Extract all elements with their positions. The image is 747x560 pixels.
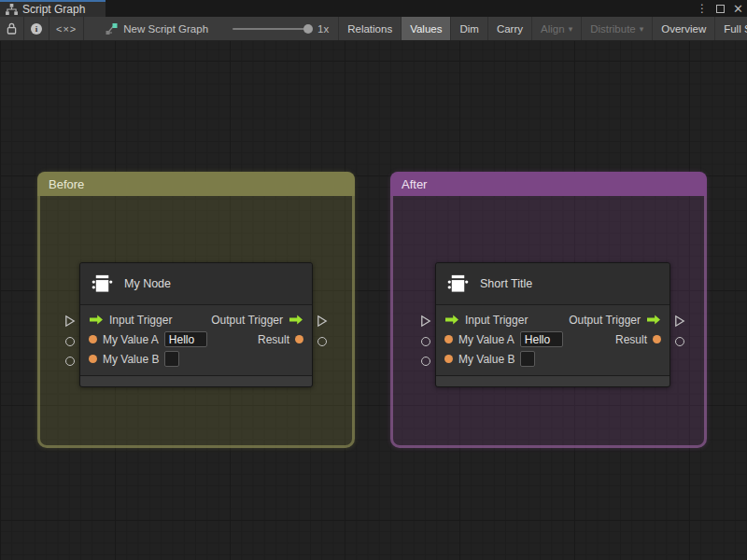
unit-node-icon (446, 273, 470, 296)
output-trigger-external-port-icon[interactable] (674, 315, 685, 328)
node-my-node[interactable]: My Node Input Trigger Output Trigger (79, 262, 313, 387)
graph-hierarchy-icon (6, 4, 18, 15)
chevron-down-icon: ▾ (640, 24, 644, 34)
fullscreen-button[interactable]: Full Screen (714, 17, 747, 40)
port-label: My Value B (458, 353, 514, 366)
window-menu-icon[interactable]: ⋮ (697, 2, 708, 15)
node-title: Short Title (480, 277, 532, 290)
group-before-header[interactable]: Before (37, 172, 355, 196)
node-header[interactable]: My Node (80, 263, 312, 305)
lock-icon (7, 22, 17, 35)
code-view-button[interactable]: <×> (49, 17, 84, 40)
value-port-dot-icon[interactable] (89, 355, 97, 363)
group-after-header[interactable]: After (390, 172, 707, 196)
code-view-icon: <×> (56, 23, 77, 35)
value-port-dot-icon[interactable] (295, 335, 303, 343)
node-footer (436, 375, 669, 386)
port-row-value-a: My Value A Result (436, 329, 669, 349)
tab-title: Script Graph (22, 3, 85, 16)
node-short-title-area: Short Title Input Trigger Output Trigger (416, 262, 689, 387)
node-header[interactable]: Short Title (436, 263, 669, 305)
port-label: Result (258, 333, 289, 346)
port-label: My Value A (103, 333, 159, 346)
my-value-a-external-port-icon[interactable] (65, 337, 75, 346)
exec-output-arrow-icon[interactable] (289, 315, 303, 325)
node-footer (80, 375, 312, 386)
node-body: Input Trigger Output Trigger My Value A (80, 305, 312, 375)
value-port-dot-icon[interactable] (653, 335, 661, 343)
input-trigger-external-port-icon[interactable] (64, 315, 76, 328)
my-value-b-external-port-icon[interactable] (421, 357, 430, 366)
result-external-port-icon[interactable] (675, 337, 684, 346)
exec-input-arrow-icon[interactable] (89, 315, 104, 325)
result-external-port-icon[interactable] (317, 337, 327, 346)
value-b-input[interactable] (164, 351, 179, 367)
graph-canvas[interactable]: Before After (0, 41, 747, 560)
my-value-b-external-port-icon[interactable] (65, 357, 75, 366)
value-port-dot-icon[interactable] (444, 355, 453, 363)
align-dropdown[interactable]: Align ▾ (531, 17, 581, 40)
zoom-slider-track[interactable] (233, 28, 309, 30)
window-controls: ⋮ ✕ (697, 0, 743, 17)
zoom-slider-handle[interactable] (303, 24, 313, 34)
node-title: My Node (124, 277, 171, 290)
tab-script-graph[interactable]: Script Graph (0, 0, 106, 17)
group-after-title: After (402, 177, 427, 191)
node-short-title[interactable]: Short Title Input Trigger Output Trigger (435, 262, 670, 387)
lock-button[interactable] (0, 17, 24, 40)
graph-toolbar: i <×> New Script Graph 1x Relations Valu… (0, 17, 747, 41)
port-label: My Value A (458, 333, 514, 346)
port-label: Output Trigger (211, 314, 283, 327)
port-label: Input Trigger (109, 314, 172, 327)
port-row-value-b: My Value B (80, 349, 312, 369)
value-a-input[interactable] (520, 331, 563, 347)
output-trigger-external-port-icon[interactable] (317, 315, 328, 328)
port-label: Input Trigger (465, 314, 528, 327)
script-graph-icon (105, 22, 118, 35)
port-label: Result (615, 333, 647, 346)
port-row-trigger: Input Trigger Output Trigger (436, 310, 669, 329)
new-script-graph-button[interactable]: New Script Graph (99, 17, 214, 40)
toolbar-toggles: Relations Values Dim Carry Align ▾ Distr… (338, 17, 747, 40)
port-row-value-b: My Value B (436, 349, 669, 369)
my-value-a-external-port-icon[interactable] (421, 337, 430, 346)
new-script-graph-label: New Script Graph (123, 23, 208, 35)
tab-bar: Script Graph ⋮ ✕ (0, 0, 747, 17)
exec-input-arrow-icon[interactable] (444, 315, 459, 325)
node-body: Input Trigger Output Trigger My Value A (436, 305, 669, 375)
window-maximize-icon[interactable] (716, 5, 725, 13)
window-close-icon[interactable]: ✕ (733, 2, 743, 16)
carry-toggle[interactable]: Carry (487, 17, 531, 40)
overview-button[interactable]: Overview (652, 17, 714, 40)
distribute-dropdown[interactable]: Distribute ▾ (581, 17, 652, 40)
dim-toggle[interactable]: Dim (450, 17, 486, 40)
value-a-input[interactable] (164, 331, 207, 347)
zoom-control: 1x (225, 17, 329, 40)
port-label: My Value B (103, 353, 159, 366)
group-before-title: Before (49, 177, 84, 191)
unit-node-icon (91, 273, 114, 296)
value-b-input[interactable] (520, 351, 535, 367)
value-port-dot-icon[interactable] (89, 335, 97, 343)
exec-output-arrow-icon[interactable] (646, 315, 661, 325)
port-label: Output Trigger (569, 314, 641, 327)
relations-toggle[interactable]: Relations (338, 17, 401, 40)
zoom-value: 1x (317, 23, 329, 35)
port-row-trigger: Input Trigger Output Trigger (80, 310, 312, 329)
port-row-value-a: My Value A Result (80, 329, 312, 349)
info-icon: i (31, 23, 42, 35)
values-toggle[interactable]: Values (401, 17, 450, 40)
chevron-down-icon: ▾ (569, 24, 573, 34)
input-trigger-external-port-icon[interactable] (420, 315, 431, 328)
value-port-dot-icon[interactable] (444, 335, 453, 343)
node-my-node-area: My Node Input Trigger Output Trigger (61, 262, 331, 387)
info-button[interactable]: i (24, 17, 49, 40)
script-graph-window: Script Graph ⋮ ✕ i <×> New Scr (0, 0, 747, 560)
